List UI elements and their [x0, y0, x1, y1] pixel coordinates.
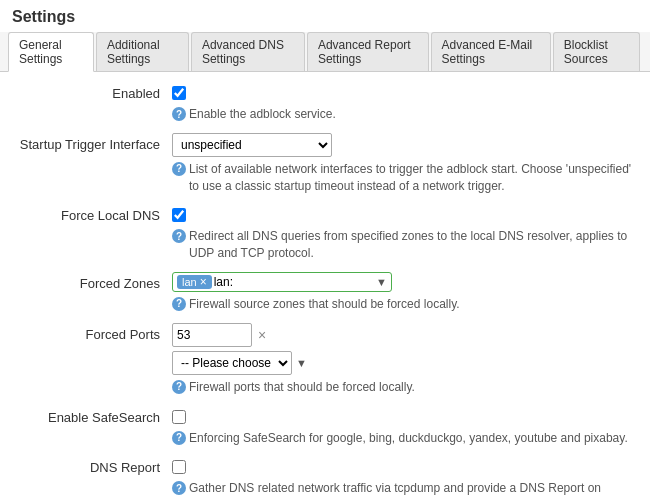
dns-report-help-text: Gather DNS related network traffic via t…: [189, 480, 638, 500]
force-local-dns-help: ? Redirect all DNS queries from specifie…: [172, 228, 638, 262]
tabs-bar: General Settings Additional Settings Adv…: [0, 32, 650, 72]
forced-zones-help-icon: ?: [172, 297, 186, 311]
forced-zones-help: ? Firewall source zones that should be f…: [172, 296, 638, 313]
enabled-label: Enabled: [12, 82, 172, 101]
startup-trigger-help-text: List of available network interfaces to …: [189, 161, 638, 195]
forced-ports-control: × -- Please choose -- ▼ ? Firewall ports…: [172, 323, 638, 396]
force-local-dns-row: Force Local DNS ? Redirect all DNS queri…: [12, 204, 638, 262]
settings-content: Enabled ? Enable the adblock service. St…: [0, 72, 650, 500]
enable-safesearch-help-text: Enforcing SafeSearch for google, bing, d…: [189, 430, 628, 447]
tab-additional[interactable]: Additional Settings: [96, 32, 189, 71]
forced-ports-choose-select[interactable]: -- Please choose --: [172, 351, 292, 375]
dns-report-control: ? Gather DNS related network traffic via…: [172, 456, 638, 500]
dns-report-checkbox[interactable]: [172, 460, 186, 474]
forced-zones-label: Forced Zones: [12, 272, 172, 291]
enabled-help: ? Enable the adblock service.: [172, 106, 638, 123]
dns-report-row: DNS Report ? Gather DNS related network …: [12, 456, 638, 500]
forced-zones-input[interactable]: [214, 275, 244, 289]
enable-safesearch-checkbox[interactable]: [172, 410, 186, 424]
forced-ports-remove-btn[interactable]: ×: [256, 328, 268, 342]
forced-ports-help: ? Firewall ports that should be forced l…: [172, 379, 638, 396]
dns-report-label: DNS Report: [12, 456, 172, 475]
forced-ports-input[interactable]: [172, 323, 252, 347]
tab-general[interactable]: General Settings: [8, 32, 94, 72]
enabled-help-text: Enable the adblock service.: [189, 106, 336, 123]
startup-trigger-select[interactable]: unspecified: [172, 133, 332, 157]
enable-safesearch-help-icon: ?: [172, 431, 186, 445]
tab-advanced-dns[interactable]: Advanced DNS Settings: [191, 32, 305, 71]
forced-zones-tag-lan-remove[interactable]: ×: [200, 276, 207, 288]
force-local-dns-label: Force Local DNS: [12, 204, 172, 223]
forced-zones-row: Forced Zones lan × ▼ ? Firewall source z…: [12, 272, 638, 313]
tab-advanced-report[interactable]: Advanced Report Settings: [307, 32, 429, 71]
forced-ports-help-text: Firewall ports that should be forced loc…: [189, 379, 415, 396]
forced-ports-row: Forced Ports × -- Please choose -- ▼ ? F…: [12, 323, 638, 396]
force-local-dns-checkbox[interactable]: [172, 208, 186, 222]
startup-trigger-row: Startup Trigger Interface unspecified ? …: [12, 133, 638, 195]
dns-report-help-icon: ?: [172, 481, 186, 495]
enable-safesearch-help: ? Enforcing SafeSearch for google, bing,…: [172, 430, 638, 447]
tab-blocklist[interactable]: Blocklist Sources: [553, 32, 640, 71]
force-local-dns-control: ? Redirect all DNS queries from specifie…: [172, 204, 638, 262]
enabled-help-icon: ?: [172, 107, 186, 121]
force-local-dns-help-icon: ?: [172, 229, 186, 243]
enable-safesearch-control: ? Enforcing SafeSearch for google, bing,…: [172, 406, 638, 447]
startup-trigger-control: unspecified ? List of available network …: [172, 133, 638, 195]
forced-ports-choose-dropdown-icon: ▼: [296, 357, 307, 369]
enabled-row: Enabled ? Enable the adblock service.: [12, 82, 638, 123]
startup-trigger-help: ? List of available network interfaces t…: [172, 161, 638, 195]
forced-zones-control: lan × ▼ ? Firewall source zones that sho…: [172, 272, 638, 313]
enable-safesearch-row: Enable SafeSearch ? Enforcing SafeSearch…: [12, 406, 638, 447]
force-local-dns-help-text: Redirect all DNS queries from specified …: [189, 228, 638, 262]
forced-zones-tag-lan-text: lan: [182, 276, 197, 288]
startup-trigger-label: Startup Trigger Interface: [12, 133, 172, 152]
forced-zones-tag-container[interactable]: lan × ▼: [172, 272, 392, 292]
enable-safesearch-label: Enable SafeSearch: [12, 406, 172, 425]
forced-zones-dropdown-btn[interactable]: ▼: [376, 276, 387, 288]
dns-report-help: ? Gather DNS related network traffic via…: [172, 480, 638, 500]
forced-ports-port-row: ×: [172, 323, 638, 347]
page-title: Settings: [0, 0, 650, 32]
forced-ports-label: Forced Ports: [12, 323, 172, 342]
tab-advanced-email[interactable]: Advanced E-Mail Settings: [431, 32, 551, 71]
forced-ports-help-icon: ?: [172, 380, 186, 394]
forced-zones-help-text: Firewall source zones that should be for…: [189, 296, 460, 313]
enabled-checkbox[interactable]: [172, 86, 186, 100]
startup-trigger-help-icon: ?: [172, 162, 186, 176]
enabled-control: ? Enable the adblock service.: [172, 82, 638, 123]
forced-ports-choose-row: -- Please choose -- ▼: [172, 351, 638, 375]
forced-zones-tag-lan: lan ×: [177, 275, 212, 289]
